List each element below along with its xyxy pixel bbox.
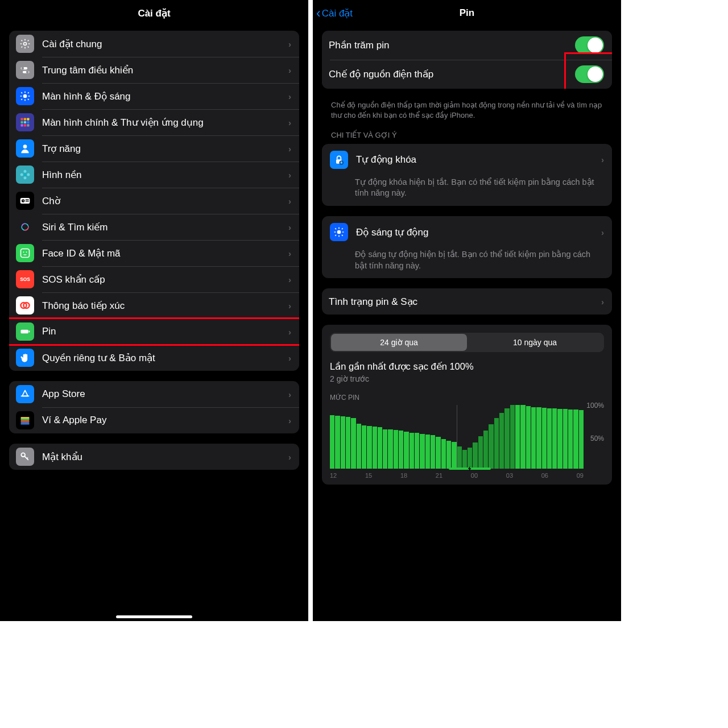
bar (499, 413, 504, 469)
svg-point-20 (27, 173, 30, 176)
chevron-right-icon: › (601, 155, 604, 164)
back-button[interactable]: ‹ Cài đặt (316, 6, 353, 21)
lock-icon (330, 151, 348, 169)
chevron-right-icon: › (288, 249, 291, 258)
bar (373, 427, 377, 469)
bar (341, 416, 345, 469)
settings-row-exposure[interactable]: Thông báo tiếp xúc› (9, 292, 299, 318)
y-axis: 100% 50% (584, 405, 604, 469)
battery-toggles: Phần trăm pinChế độ nguồn điện thấp (322, 31, 612, 89)
settings-header: Cài đặt (0, 0, 308, 26)
bar (415, 433, 419, 469)
x-tick: 18 (400, 472, 407, 479)
x-tick: 06 (541, 472, 548, 479)
charging-track (330, 467, 563, 470)
gear-icon (16, 35, 34, 53)
settings-row-general[interactable]: Cài đặt chung› (9, 31, 299, 57)
hand-icon (16, 349, 34, 367)
x-tick: 21 (436, 472, 442, 479)
svg-point-5 (23, 94, 27, 98)
row-label: App Store (42, 388, 285, 400)
bar (394, 430, 398, 469)
toggle-percent[interactable] (575, 36, 604, 54)
usage-chart-section: 24 giờ qua 10 ngày qua Lần gần nhất được… (322, 325, 612, 485)
chevron-right-icon: › (601, 297, 604, 307)
row-label: Hình nền (42, 169, 285, 181)
x-tick: 15 (365, 472, 372, 479)
sos-icon: SOS (16, 270, 34, 288)
chevron-right-icon: › (288, 65, 291, 75)
time-segment: 24 giờ qua 10 ngày qua (330, 333, 604, 352)
settings-row-faceid[interactable]: Face ID & Mật mã› (9, 240, 299, 266)
bar (388, 429, 392, 469)
chevron-right-icon: › (288, 353, 291, 363)
appstore-icon (16, 385, 34, 403)
suggestion-title: Tự động khóa (356, 154, 598, 166)
bar (489, 424, 493, 469)
bar (383, 429, 387, 469)
settings-title: Cài đặt (138, 7, 170, 19)
settings-row-appstore[interactable]: App Store› (9, 381, 299, 407)
battery-health-row[interactable]: Tình trạng pin & Sạc › (322, 288, 612, 315)
suggestion-autobright[interactable]: Độ sáng tự động›Độ sáng tự động hiện bị … (322, 216, 612, 278)
svg-point-17 (24, 170, 27, 173)
segment-24h[interactable]: 24 giờ qua (331, 334, 467, 351)
svg-point-31 (26, 251, 27, 253)
settings-row-wallpaper[interactable]: Hình nền› (9, 162, 299, 188)
toggle-row-percent: Phần trăm pin (322, 31, 612, 60)
midnight-line (457, 405, 457, 469)
bar (420, 434, 424, 469)
settings-row-battery[interactable]: Pin› (9, 318, 299, 345)
key-icon (16, 448, 34, 466)
settings-row-siri[interactable]: Siri & Tìm kiếm› (9, 214, 299, 240)
face-icon (16, 244, 34, 262)
bar (431, 435, 435, 469)
bar (504, 408, 509, 469)
bar (410, 433, 414, 469)
row-label: Màn hình chính & Thư viện ứng dụng (42, 117, 285, 129)
settings-row-home-screen[interactable]: Màn hình chính & Thư viện ứng dụng› (9, 109, 299, 135)
x-tick: 03 (506, 472, 513, 479)
settings-row-sos[interactable]: SOSSOS khẩn cấp› (9, 266, 299, 292)
row-label: SOS khẩn cấp (42, 274, 285, 286)
row-label: Siri & Tìm kiếm (42, 221, 285, 233)
battery-health-section: Tình trạng pin & Sạc › (322, 288, 612, 315)
svg-point-45 (337, 230, 341, 234)
bar (367, 426, 371, 469)
bar (510, 405, 515, 469)
settings-row-display[interactable]: Màn hình & Độ sáng› (9, 83, 299, 109)
battery-scroll[interactable]: Phần trăm pinChế độ nguồn điện thấp Chế … (313, 26, 621, 621)
segment-10d[interactable]: 10 ngày qua (467, 334, 603, 351)
row-label: Pin (42, 326, 285, 337)
battery-title: Pin (460, 7, 474, 19)
settings-row-passwords[interactable]: Mật khẩu› (9, 444, 299, 470)
home-indicator[interactable] (116, 615, 192, 618)
settings-list[interactable]: Cài đặt chung›Trung tâm điều khiển›Màn h… (0, 26, 308, 621)
wallet-icon (16, 411, 34, 429)
toggle-lowpower[interactable] (575, 65, 604, 83)
battery-header: ‹ Cài đặt Pin (313, 0, 621, 26)
chart-bars (330, 405, 584, 469)
svg-rect-24 (26, 201, 29, 201)
bar (452, 442, 456, 469)
svg-rect-13 (24, 124, 26, 126)
toggle-label: Phần trăm pin (329, 39, 575, 51)
toggle-row-lowpower: Chế độ nguồn điện thấp (322, 60, 612, 89)
suggestion-autolock[interactable]: Tự động khóa›Tự động khóa hiện bị tắt. B… (322, 144, 612, 206)
suggestion-desc: Độ sáng tự động hiện bị tắt. Bạn có thể … (330, 249, 604, 271)
row-label: Quyền riêng tư & Bảo mật (42, 352, 285, 364)
chart-label: MỨC PIN (330, 394, 604, 402)
chevron-right-icon: › (288, 275, 291, 284)
settings-row-accessibility[interactable]: Trợ năng› (9, 135, 299, 162)
row-label: Cài đặt chung (42, 38, 285, 50)
y-100: 100% (586, 402, 604, 410)
settings-row-standby[interactable]: Chờ› (9, 188, 299, 214)
settings-row-privacy[interactable]: Quyền riêng tư & Bảo mật› (9, 345, 299, 371)
svg-point-2 (22, 67, 24, 70)
last-charge-sub: 2 giờ trước (330, 374, 604, 383)
svg-rect-35 (21, 330, 28, 334)
settings-row-wallet[interactable]: Ví & Apple Pay› (9, 407, 299, 433)
sun-icon (330, 223, 348, 241)
svg-rect-36 (29, 330, 30, 332)
settings-row-control-center[interactable]: Trung tâm điều khiển› (9, 57, 299, 83)
